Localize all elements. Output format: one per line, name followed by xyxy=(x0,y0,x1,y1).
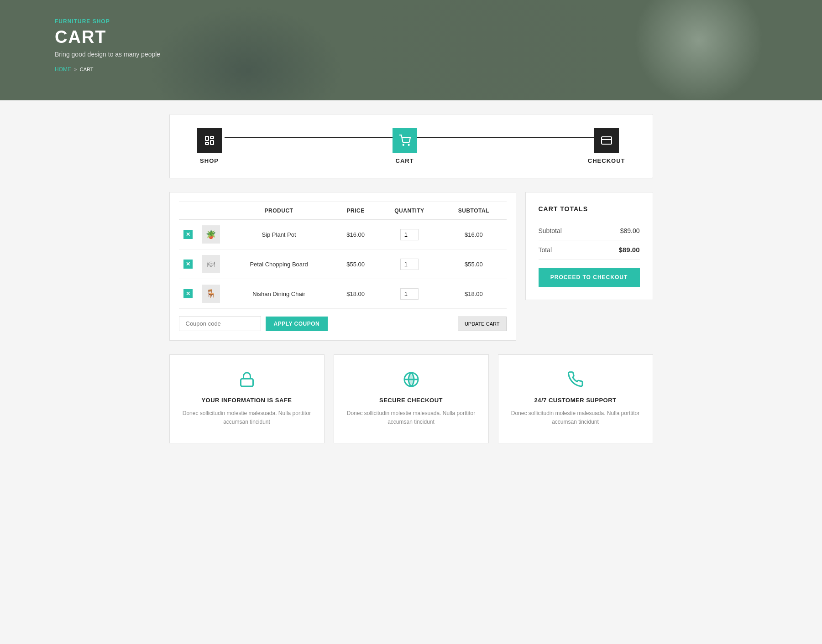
breadcrumb-current: CART xyxy=(80,67,94,72)
product-thumbnail: 🪴 xyxy=(202,225,220,244)
subtotal-row: Subtotal $89.00 xyxy=(539,222,640,240)
cart-totals-card: CART TOTALS Subtotal $89.00 Total $89.00… xyxy=(525,192,653,300)
svg-rect-2 xyxy=(210,140,214,145)
product-subtotal: $55.00 xyxy=(441,249,506,279)
step-checkout-icon-box xyxy=(594,128,619,153)
proceed-to-checkout-button[interactable]: PROCEED TO CHECKOUT xyxy=(539,268,640,287)
subtotal-label: Subtotal xyxy=(539,227,562,234)
product-price: $55.00 xyxy=(334,249,378,279)
hero-title: CART xyxy=(55,27,160,47)
svg-rect-8 xyxy=(241,379,253,387)
info-title: SECURE CHECKOUT xyxy=(379,397,443,404)
step-cart-icon-box xyxy=(393,128,417,153)
step-shop-label: SHOP xyxy=(200,157,219,164)
step-shop[interactable]: SHOP xyxy=(197,128,222,164)
table-row: ✕ 🪴 Sip Plant Pot $16.00 $16.00 xyxy=(179,220,507,249)
info-card: 24/7 CUSTOMER SUPPORT Donec sollicitudin… xyxy=(498,354,653,443)
info-title: YOUR INFORMATION IS SAFE xyxy=(201,397,292,404)
product-name: Petal Chopping Board xyxy=(225,249,334,279)
cart-table: PRODUCT PRICE QUANTITY SUBTOTAL ✕ 🪴 Sip … xyxy=(179,202,507,309)
cart-row: PRODUCT PRICE QUANTITY SUBTOTAL ✕ 🪴 Sip … xyxy=(169,192,653,341)
step-checkout[interactable]: CHECKOUT xyxy=(588,128,625,164)
col-header-subtotal: SUBTOTAL xyxy=(441,202,506,220)
hero-shop-label: FURNITURE SHOP xyxy=(55,18,160,25)
total-label: Total xyxy=(539,246,552,254)
col-header-qty: QUANTITY xyxy=(378,202,441,220)
coupon-row: APPLY COUPON UPDATE CART xyxy=(179,316,507,331)
qty-input[interactable] xyxy=(400,288,419,300)
svg-rect-6 xyxy=(602,137,612,144)
product-subtotal: $16.00 xyxy=(441,220,506,249)
update-cart-button[interactable]: UPDATE CART xyxy=(458,317,507,331)
remove-item-button[interactable]: ✕ xyxy=(183,230,193,239)
total-row: Total $89.00 xyxy=(539,240,640,260)
step-checkout-label: CHECKOUT xyxy=(588,157,625,164)
table-row: ✕ 🍽 Petal Chopping Board $55.00 $55.00 xyxy=(179,249,507,279)
info-icon xyxy=(239,371,255,391)
breadcrumb-separator: » xyxy=(74,66,77,73)
total-value: $89.00 xyxy=(619,246,640,254)
info-icon xyxy=(567,371,584,391)
steps-card: SHOP CART CHECKOUT xyxy=(169,114,653,178)
table-row: ✕ 🪑 Nishan Dining Chair $18.00 $18.00 xyxy=(179,279,507,309)
apply-coupon-button[interactable]: APPLY COUPON xyxy=(266,317,328,331)
product-thumbnail: 🪑 xyxy=(202,285,220,303)
remove-item-button[interactable]: ✕ xyxy=(183,289,193,298)
hero-content: FURNITURE SHOP CART Bring good design to… xyxy=(55,18,160,73)
info-desc: Donec sollicitudin molestie malesuada. N… xyxy=(508,409,644,426)
product-subtotal: $18.00 xyxy=(441,279,506,309)
info-card: YOUR INFORMATION IS SAFE Donec sollicitu… xyxy=(169,354,325,443)
remove-item-button[interactable]: ✕ xyxy=(183,260,193,269)
info-title: 24/7 CUSTOMER SUPPORT xyxy=(534,397,616,404)
product-name: Nishan Dining Chair xyxy=(225,279,334,309)
main-wrapper: SHOP CART CHECKOUT xyxy=(160,100,662,457)
info-card: SECURE CHECKOUT Donec sollicitudin moles… xyxy=(334,354,489,443)
hero-subtitle: Bring good design to as many people xyxy=(55,51,160,58)
product-thumbnail: 🍽 xyxy=(202,255,220,273)
info-icon xyxy=(403,371,419,391)
product-price: $16.00 xyxy=(334,220,378,249)
svg-point-4 xyxy=(403,145,403,145)
step-cart[interactable]: CART xyxy=(393,128,417,164)
hero-section: FURNITURE SHOP CART Bring good design to… xyxy=(0,0,822,100)
qty-input[interactable] xyxy=(400,229,419,240)
col-header-price: PRICE xyxy=(334,202,378,220)
info-desc: Donec sollicitudin molestie malesuada. N… xyxy=(179,409,315,426)
breadcrumb-home[interactable]: HOME xyxy=(55,66,71,73)
svg-rect-3 xyxy=(205,142,209,145)
svg-rect-0 xyxy=(205,136,209,140)
coupon-input[interactable] xyxy=(179,316,261,331)
cart-totals-title: CART TOTALS xyxy=(539,205,640,213)
qty-input[interactable] xyxy=(400,259,419,270)
breadcrumb: HOME » CART xyxy=(55,66,160,73)
svg-point-5 xyxy=(408,145,409,145)
product-price: $18.00 xyxy=(334,279,378,309)
subtotal-value: $89.00 xyxy=(620,227,640,234)
svg-rect-1 xyxy=(210,136,214,139)
product-name: Sip Plant Pot xyxy=(225,220,334,249)
cart-card: PRODUCT PRICE QUANTITY SUBTOTAL ✕ 🪴 Sip … xyxy=(169,192,516,341)
col-header-product: PRODUCT xyxy=(225,202,334,220)
info-row: YOUR INFORMATION IS SAFE Donec sollicitu… xyxy=(169,354,653,443)
step-cart-label: CART xyxy=(396,157,414,164)
info-desc: Donec sollicitudin molestie malesuada. N… xyxy=(343,409,479,426)
step-shop-icon-box xyxy=(197,128,222,153)
